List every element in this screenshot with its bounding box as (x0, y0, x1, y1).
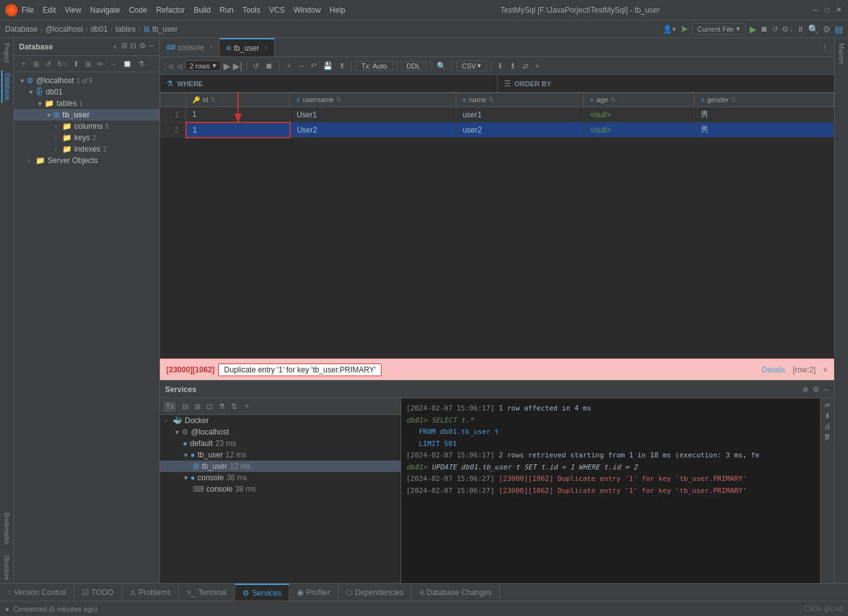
upload-button[interactable]: ⬆ (337, 61, 347, 71)
col-age-header[interactable]: ≡age ⇅ (583, 93, 694, 107)
services-expand-button[interactable]: ⊞ (192, 402, 202, 412)
tree-localhost[interactable]: ▼ ⚙ @localhost 1 of 5 (14, 75, 159, 86)
export-button[interactable]: ⬆ (71, 59, 81, 69)
bottom-tab-db-changes[interactable]: ≡ Database Changes (412, 584, 500, 601)
tab-overflow-menu[interactable]: ⋮ (816, 43, 834, 52)
menu-vcs[interactable]: VCS (265, 4, 289, 16)
ddl-button[interactable]: DDL (401, 61, 427, 71)
jump-button[interactable]: → (107, 59, 119, 69)
menu-help[interactable]: Help (326, 4, 349, 16)
menu-build[interactable]: Build (190, 4, 215, 16)
last-row-button[interactable]: ▶| (233, 61, 242, 71)
database-tab[interactable]: Database (1, 70, 12, 103)
tb-user-tab-close[interactable]: × (264, 44, 268, 51)
reload-button[interactable]: ↺ (772, 25, 778, 34)
row1-gender[interactable]: 男 (694, 107, 834, 122)
tree-keys[interactable]: › 📁 keys 2 (14, 132, 159, 143)
add-row-button[interactable]: ＋ (283, 60, 295, 72)
console-tab[interactable]: ⌨ console × (160, 38, 220, 56)
search-button[interactable]: 🔍 (808, 24, 819, 34)
services-tbuser-session-item[interactable]: ▼ ● tb_user 12 ms (160, 449, 401, 461)
minimize-button[interactable]: ─ (811, 6, 820, 15)
row2-id[interactable]: 1 (186, 122, 290, 138)
grid-view-button[interactable]: ⊞ (83, 59, 93, 69)
config-button[interactable]: ⚙↓ (782, 25, 793, 34)
menu-file[interactable]: File (18, 4, 37, 16)
properties-button[interactable]: 🔲 (121, 59, 134, 69)
menu-edit[interactable]: Edit (39, 4, 60, 16)
breadcrumb-database[interactable]: Database (5, 25, 37, 34)
bottom-tab-terminal[interactable]: >_ Terminal (179, 584, 235, 601)
col-name-header[interactable]: ≡name ⇅ (456, 93, 583, 107)
import-button[interactable]: ⬆ (508, 61, 518, 71)
compare-button[interactable]: ⇄ (520, 61, 531, 71)
name-sort-icon[interactable]: ⇅ (488, 96, 494, 103)
console-wrap-button[interactable]: ⇌ (825, 401, 830, 409)
filter-button[interactable]: ⚗ (136, 59, 147, 69)
menu-tools[interactable]: Tools (239, 4, 264, 16)
breadcrumb-db01[interactable]: db01 (91, 25, 108, 34)
csv-button[interactable]: CSV ▾ (456, 60, 487, 71)
tx-auto-button[interactable]: Tx: Auto (355, 61, 392, 71)
services-default-item[interactable]: ● default 23 ms (160, 438, 401, 449)
stop-button[interactable]: ⏹ (760, 25, 768, 34)
table-row[interactable]: 1 1 User1 user1 <null> 男 (161, 107, 834, 122)
copy-button[interactable]: ⊞ (31, 59, 41, 69)
submit-button[interactable]: 💾 (321, 61, 335, 71)
services-localhost-item[interactable]: ▼ ⚙ @localhost (160, 426, 401, 438)
maven-label[interactable]: Maven (838, 43, 845, 64)
export-button2[interactable]: ⬇ (495, 61, 505, 71)
console-print-button[interactable]: 🖨 (824, 423, 831, 430)
breadcrumb-localhost[interactable]: @localhost (45, 25, 83, 34)
bookmarks-tab[interactable]: Bookmarks (2, 510, 11, 547)
error-close-button[interactable]: × (823, 365, 828, 374)
row1-age[interactable]: <null> (583, 107, 694, 122)
layout-button[interactable]: ▤ (835, 24, 843, 34)
row2-name[interactable]: user2 (456, 122, 583, 138)
tree-server-objects[interactable]: › 📁 Server Objects (14, 155, 159, 166)
new-query-button[interactable]: ＋ (18, 58, 29, 70)
tree-indexes[interactable]: › 📁 indexes 2 (14, 143, 159, 155)
tree-tables[interactable]: ▼ 📁 tables 1 (14, 98, 159, 109)
services-add2-button[interactable]: ＋ (241, 400, 253, 412)
more-button[interactable]: » (533, 61, 541, 71)
pause-button[interactable]: ⏸ (797, 25, 804, 34)
breadcrumb-tables[interactable]: tables (116, 25, 136, 34)
data-grid[interactable]: 🔑id ⇅ ≡username ⇅ ≡name ⇅ (160, 93, 834, 358)
details-button[interactable]: Details (762, 365, 785, 374)
row2-gender[interactable]: 男 (694, 122, 834, 138)
first-row-button[interactable]: |◀ (164, 61, 173, 71)
id-sort-icon[interactable]: ⇅ (210, 96, 216, 103)
refresh-button[interactable]: ↺ (43, 59, 53, 69)
username-sort-icon[interactable]: ⇅ (336, 96, 341, 103)
menu-window[interactable]: Window (290, 4, 325, 16)
reload-data-button[interactable]: ↺ (251, 61, 261, 71)
settings-gear-button[interactable]: ⚙ (139, 41, 146, 52)
breadcrumb-tb-user[interactable]: tb_user (152, 25, 178, 34)
col-username-header[interactable]: ≡username ⇅ (290, 93, 456, 107)
col-gender-header[interactable]: ≡gender ⇅ (694, 93, 834, 107)
row2-age[interactable]: <null> (583, 122, 694, 138)
delete-row-button[interactable]: ─ (297, 61, 307, 71)
bottom-tab-dependencies[interactable]: ⬡ Dependencies (338, 584, 412, 601)
gender-sort-icon[interactable]: ⇅ (731, 96, 736, 103)
prev-row-button[interactable]: ◀ (176, 61, 183, 71)
person-icon[interactable]: 👤▾ (663, 25, 676, 34)
tree-columns[interactable]: › 📁 columns 5 (14, 121, 159, 132)
services-settings-button[interactable]: ⚙ (812, 385, 819, 394)
collapse-all-button[interactable]: ⊟ (130, 41, 136, 52)
window-controls[interactable]: ─ □ ✕ (811, 6, 843, 15)
close-button[interactable]: ✕ (834, 6, 843, 15)
bottom-tab-problems[interactable]: ⚠ Problems (122, 584, 180, 601)
row1-username[interactable]: User1 (290, 107, 456, 122)
services-collapse-button[interactable]: ⊟ (180, 402, 190, 412)
tree-db01[interactable]: ▼ 🗄 db01 (14, 86, 159, 98)
services-sort-button[interactable]: ⇅ (229, 402, 239, 412)
search-data-button[interactable]: 🔍 (435, 61, 448, 71)
services-add-button[interactable]: ⊕ (802, 385, 809, 394)
console-align-button[interactable]: ⬇ (825, 412, 830, 420)
console-trash-button[interactable]: 🗑 (824, 433, 831, 440)
row1-name[interactable]: user1 (456, 107, 583, 122)
console-tab-close[interactable]: × (209, 44, 213, 51)
menu-run[interactable]: Run (216, 4, 237, 16)
